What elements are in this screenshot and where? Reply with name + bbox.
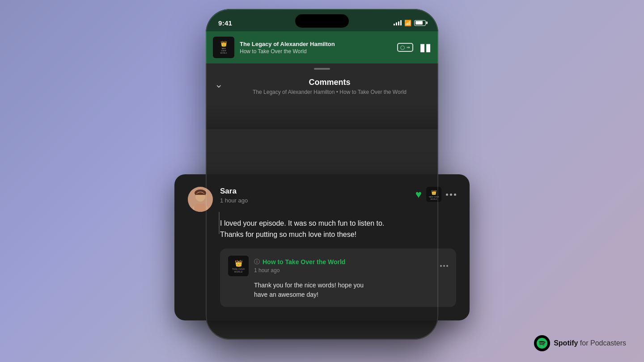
notch [295,14,349,28]
heart-icon[interactable]: ♥ [415,188,422,201]
battery-icon [414,20,426,26]
spotify-branding: Spotify for Podcasters [534,335,626,351]
reply-podcast-name: How to Take Over the World [263,258,345,265]
svg-rect-4 [194,204,207,212]
reply-podcast-art: 👑 TAKE OVER WORLD [228,256,249,276]
comments-subtitle: The Legacy of Alexander Hamilton • How t… [230,89,429,95]
now-playing-episode-title: The Legacy of Alexander Hamilton [240,41,392,47]
thread-line [219,212,220,234]
now-playing-info: The Legacy of Alexander Hamilton How to … [240,41,392,55]
reply-text: Thank you for the nice words! hope you h… [254,281,448,300]
svg-text:WORLD: WORLD [431,198,437,200]
avatar [188,187,213,212]
reply-timestamp: 1 hour ago [254,267,435,274]
comment-header: Sara 1 hour ago ♥ 👑 TAKE OVER WORLD [188,187,456,212]
branding-text: Spotify for Podcasters [554,339,626,347]
spotify-logo [534,335,550,351]
reply-meta: ⓘ How to Take Over the World 1 hour ago [254,258,435,274]
wifi-icon: 📶 [404,20,411,26]
comment-timestamp: 1 hour ago [220,197,408,204]
user-meta: Sara 1 hour ago [220,187,408,204]
svg-text:👑: 👑 [431,189,437,195]
back-button[interactable]: ⌄ [215,79,223,90]
now-playing-controls: ◯ ⇒ ▮▮ [397,42,431,53]
comment-card: Sara 1 hour ago ♥ 👑 TAKE OVER WORLD [174,174,470,320]
svg-text:WORLD: WORLD [234,270,243,273]
username: Sara [220,187,408,196]
signal-icon [394,20,402,25]
svg-text:👑: 👑 [235,260,243,267]
podcast-artwork-mini: 👑 TAKEOVERWORLD [213,37,234,58]
pin-icon: ⓘ [254,258,260,266]
connect-button[interactable]: ◯ ⇒ [397,43,413,52]
status-icons: 📶 [394,20,426,26]
podcast-badge: 👑 TAKE OVER WORLD [426,187,441,202]
comments-title: Comments [230,78,429,87]
now-playing-bar[interactable]: 👑 TAKEOVERWORLD The Legacy of Alexander … [206,31,438,63]
drag-indicator [206,63,438,74]
now-playing-show-title: How to Take Over the World [240,48,392,55]
reply-header: 👑 TAKE OVER WORLD ⓘ How to Take Over the… [228,256,448,276]
comments-header: ⌄ Comments The Legacy of Alexander Hamil… [206,74,438,102]
more-options-button[interactable] [446,194,456,196]
status-time: 9:41 [218,19,232,27]
reply-block: 👑 TAKE OVER WORLD ⓘ How to Take Over the… [220,248,456,307]
reply-more-options[interactable] [440,265,448,267]
pause-button[interactable]: ▮▮ [419,42,431,53]
comment-actions: ♥ 👑 TAKE OVER WORLD [415,187,456,202]
comment-text: I loved your episode. It was so much fun… [220,218,456,240]
